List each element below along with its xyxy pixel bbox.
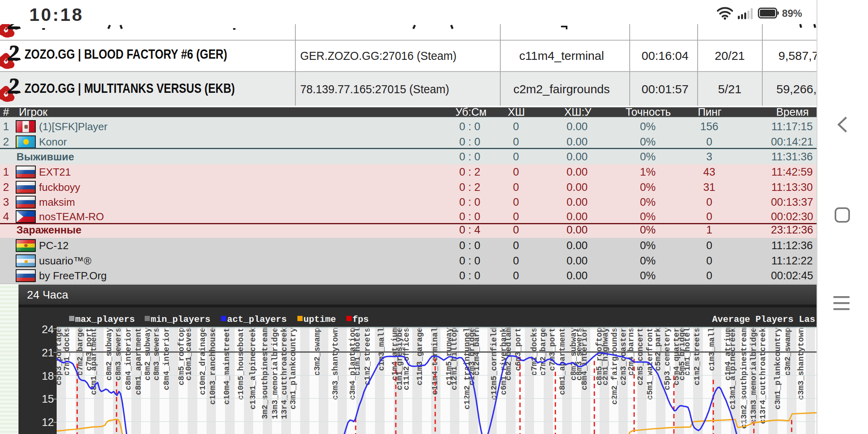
svg-text:2: 2 — [8, 76, 19, 98]
svg-text:2: 2 — [8, 43, 19, 65]
